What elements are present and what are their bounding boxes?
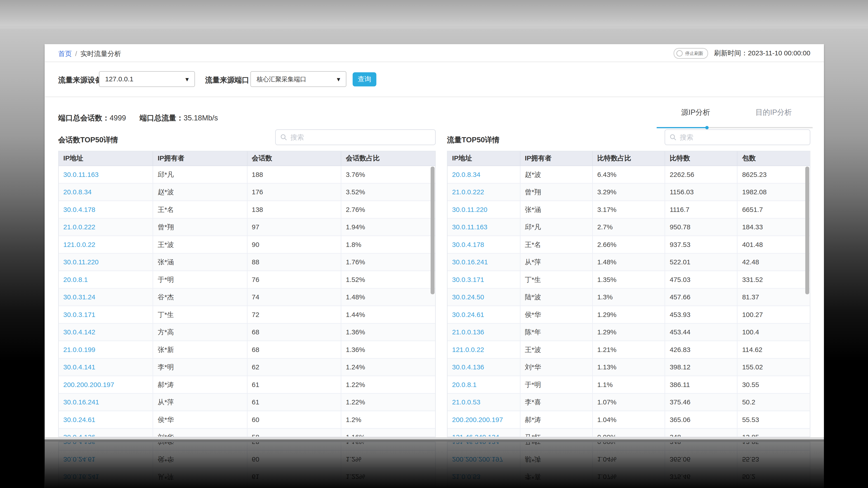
data-cell: 1.48% <box>341 288 435 306</box>
data-cell: 457.66 <box>665 288 737 306</box>
data-cell: 马*红 <box>520 428 592 437</box>
ip-address-link[interactable]: 30.0.4.141 <box>63 363 95 371</box>
data-cell: 1.07% <box>592 393 665 411</box>
data-cell: 100.27 <box>737 306 810 324</box>
ip-address-link[interactable]: 30.0.11.163 <box>452 223 487 231</box>
table-row: 30.0.4.141李*明621.24% <box>59 358 435 376</box>
data-cell: 475.03 <box>665 271 737 289</box>
data-cell: 1.3% <box>592 288 665 306</box>
data-cell: 401.48 <box>737 236 810 254</box>
ip-address-cell: 30.0.11.163 <box>447 218 520 236</box>
data-cell: 王*名 <box>153 201 247 219</box>
ip-address-link[interactable]: 21.0.0.199 <box>63 346 95 354</box>
table-row: 30.0.4.142方*高681.36% <box>59 323 435 341</box>
ip-analysis-tabs: 源IP分析 目的IP分析 <box>657 107 813 123</box>
ip-address-link[interactable]: 30.0.31.24 <box>63 293 95 301</box>
data-cell: 61 <box>247 393 341 411</box>
table-row: 30.0.4.136刘*华581.16% <box>59 428 435 437</box>
ip-address-link[interactable]: 30.0.4.136 <box>452 363 484 371</box>
table-row: 30.0.24.61侯*华601.2% <box>59 411 435 429</box>
ip-address-link[interactable]: 30.0.3.171 <box>63 311 95 319</box>
data-cell: 王*波 <box>153 236 247 254</box>
table-row: 30.0.4.178王*名2.66%937.53401.48 <box>447 236 810 254</box>
data-cell: 1982.08 <box>737 183 810 201</box>
column-header: IP拥有者 <box>520 151 592 166</box>
data-cell: 张*涵 <box>153 253 247 271</box>
data-cell: 950.78 <box>665 218 737 236</box>
ip-address-link[interactable]: 30.0.4.178 <box>63 205 95 214</box>
traffic-search-input[interactable]: 搜索 <box>664 129 810 145</box>
ip-address-link[interactable]: 200.200.200.197 <box>452 416 503 424</box>
data-cell: 61 <box>247 376 341 394</box>
query-button[interactable]: 查询 <box>352 72 376 87</box>
ip-address-link[interactable]: 30.0.4.178 <box>452 240 484 249</box>
ip-address-link[interactable]: 30.0.11.220 <box>452 205 487 214</box>
data-cell: 97 <box>247 218 341 236</box>
data-cell: 1.44% <box>341 306 435 324</box>
data-cell: 李*明 <box>153 358 247 376</box>
data-cell: 100.4 <box>737 323 810 341</box>
data-cell: 1.52% <box>341 271 435 289</box>
data-cell: 50.2 <box>737 393 810 411</box>
data-cell: 453.44 <box>665 323 737 341</box>
ip-address-link[interactable]: 21.0.0.53 <box>452 398 480 406</box>
ip-address-link[interactable]: 30.0.16.241 <box>63 398 99 406</box>
tab-source-ip[interactable]: 源IP分析 <box>657 107 735 118</box>
data-cell: 1.29% <box>592 306 665 324</box>
data-cell: 赵*波 <box>520 166 592 184</box>
ip-address-cell: 30.0.4.178 <box>59 201 153 219</box>
ip-address-cell: 20.0.8.34 <box>447 166 520 184</box>
data-cell: 1.48% <box>592 253 665 271</box>
ip-address-link[interactable]: 20.0.8.34 <box>63 188 92 196</box>
ip-address-cell: 30.0.16.241 <box>59 393 153 411</box>
device-select[interactable]: 127.0.0.1 ▼ <box>99 71 195 87</box>
ip-address-link[interactable]: 30.0.11.220 <box>63 258 98 266</box>
ip-address-link[interactable]: 30.0.11.163 <box>63 170 98 178</box>
ip-address-cell: 20.0.8.1 <box>447 376 520 394</box>
ip-address-link[interactable]: 20.0.8.1 <box>452 381 476 389</box>
tab-dest-ip[interactable]: 目的IP分析 <box>735 107 813 118</box>
ip-address-cell: 200.200.200.197 <box>447 411 520 429</box>
stop-refresh-toggle[interactable]: 停止刷新 <box>674 48 708 59</box>
data-cell: 1.24% <box>341 358 435 376</box>
data-cell: 42.48 <box>737 253 810 271</box>
sessions-search-input[interactable]: 搜索 <box>275 129 436 145</box>
column-header: 会话数 <box>247 151 341 166</box>
ip-address-link[interactable]: 30.0.4.136 <box>63 433 95 437</box>
data-cell: 2.66% <box>592 236 665 254</box>
traffic-table-scrollbar[interactable] <box>805 167 809 294</box>
ip-address-link[interactable]: 30.0.24.50 <box>452 293 484 301</box>
data-cell: 从*萍 <box>520 253 592 271</box>
data-cell: 于*明 <box>153 271 247 289</box>
ip-address-link[interactable]: 30.0.4.142 <box>63 328 95 336</box>
ip-address-link[interactable]: 20.0.8.1 <box>63 275 88 284</box>
ip-address-link[interactable]: 21.0.0.222 <box>452 188 484 196</box>
table-row: 21.0.0.53李*喜1.07%375.4650.2 <box>447 393 810 411</box>
ip-address-link[interactable]: 121.46.249.134 <box>452 433 499 437</box>
breadcrumb-home-link[interactable]: 首页 <box>58 50 72 58</box>
port-stats: 端口总会话数：4999端口总流量：35.18Mb/s <box>58 113 218 123</box>
data-cell: 谷*杰 <box>153 288 247 306</box>
data-cell: 郝*涛 <box>520 411 592 429</box>
data-cell: 刘*华 <box>520 358 592 376</box>
ip-address-link[interactable]: 21.0.0.222 <box>63 223 95 231</box>
sessions-table-scrollbar[interactable] <box>431 167 435 294</box>
data-cell: 138 <box>247 201 341 219</box>
ip-address-link[interactable]: 30.0.24.61 <box>63 416 95 424</box>
ip-address-link[interactable]: 20.0.8.34 <box>452 170 480 178</box>
ip-address-link[interactable]: 200.200.200.197 <box>63 381 114 389</box>
ip-address-link[interactable]: 30.0.24.61 <box>452 311 484 319</box>
data-cell: 30.55 <box>737 376 810 394</box>
ip-address-link[interactable]: 30.0.16.241 <box>452 258 488 266</box>
refresh-cluster: 停止刷新 刷新时间：2023-11-10 00:00:00 <box>674 47 810 59</box>
data-cell: 81.37 <box>737 288 810 306</box>
ip-address-cell: 30.0.3.171 <box>447 271 520 289</box>
data-cell: 邱*凡 <box>520 218 592 236</box>
ip-address-link[interactable]: 121.0.0.22 <box>452 346 484 354</box>
data-cell: 3.52% <box>341 183 435 201</box>
ip-address-link[interactable]: 30.0.3.171 <box>452 275 484 284</box>
ip-address-link[interactable]: 121.0.0.22 <box>63 240 95 249</box>
port-select[interactable]: 核心汇聚采集端口 ▼ <box>250 71 346 87</box>
ip-address-link[interactable]: 21.0.0.136 <box>452 328 484 336</box>
data-cell: 0.99% <box>592 428 665 437</box>
